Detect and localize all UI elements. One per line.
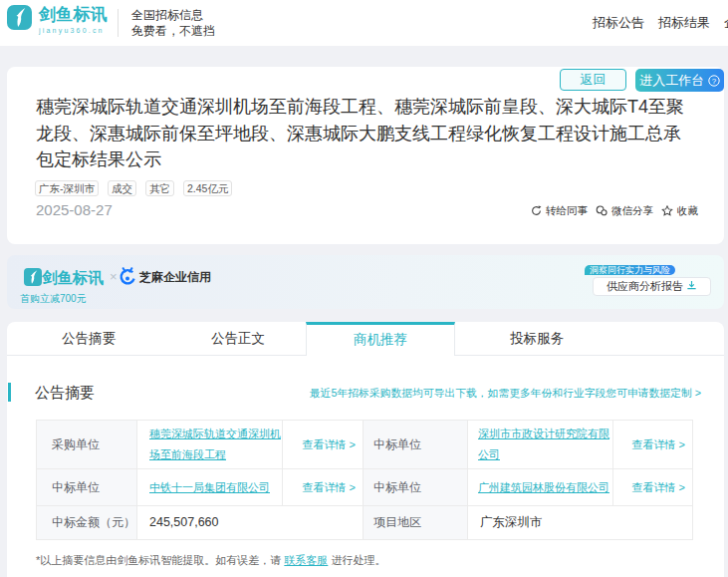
svg-text:?: ? [712,77,717,86]
